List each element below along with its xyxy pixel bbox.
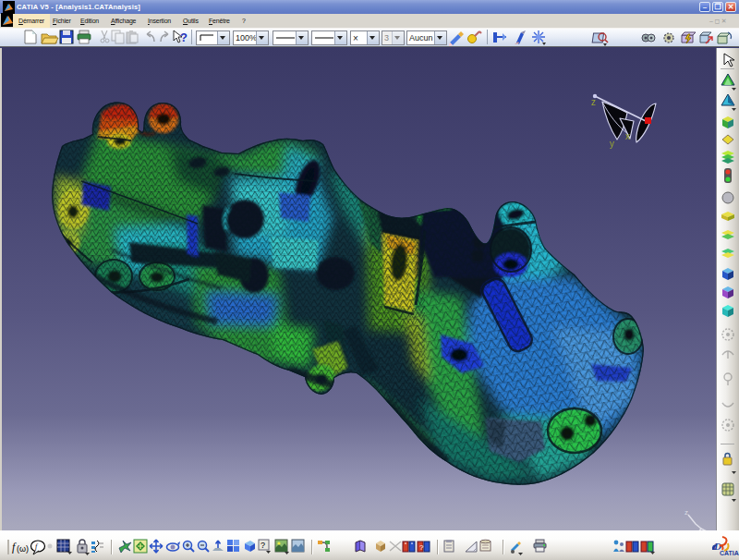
svg-text:y: y (610, 139, 614, 149)
svg-text:(ω): (ω) (17, 544, 29, 554)
svg-text:CATIA: CATIA (720, 550, 739, 556)
svg-text:?: ? (419, 543, 424, 552)
svg-text:z: z (591, 97, 596, 107)
svg-text:?: ? (260, 541, 265, 550)
svg-text:?: ? (180, 30, 188, 44)
svg-text:x: x (625, 131, 630, 141)
svg-text:z: z (684, 508, 688, 517)
